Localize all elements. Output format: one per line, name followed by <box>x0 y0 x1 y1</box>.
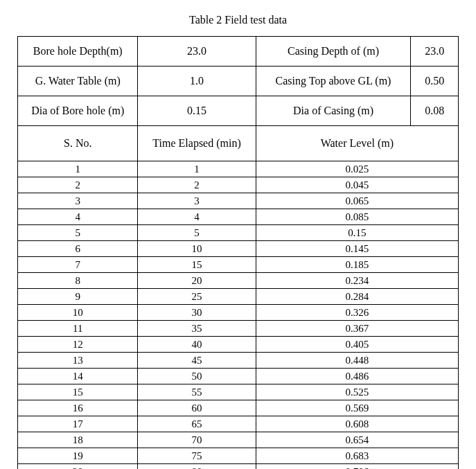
table-row: 15550.525 <box>18 384 459 400</box>
meta-row: G. Water Table (m) 1.0 Casing Top above … <box>18 67 459 96</box>
meta-label2: Dia of Casing (m) <box>256 96 411 126</box>
meta-label: Bore hole Depth(m) <box>18 37 138 67</box>
cell-level: 0.706 <box>256 464 458 470</box>
table-row: 8200.234 <box>18 273 459 289</box>
cell-sno: 19 <box>18 448 138 464</box>
meta-row: Bore hole Depth(m) 23.0 Casing Depth of … <box>18 37 459 67</box>
cell-sno: 20 <box>18 464 138 470</box>
cell-level: 0.683 <box>256 448 458 464</box>
cell-level: 0.15 <box>256 225 458 241</box>
cell-sno: 14 <box>18 369 138 384</box>
cell-level: 0.525 <box>256 384 458 400</box>
cell-level: 0.569 <box>256 400 458 416</box>
cell-time: 70 <box>138 432 256 448</box>
meta-value: 0.15 <box>138 96 256 126</box>
cell-time: 3 <box>138 193 256 209</box>
table-row: 440.085 <box>18 209 459 225</box>
cell-time: 1 <box>138 161 256 177</box>
cell-level: 0.367 <box>256 321 458 337</box>
cell-time: 60 <box>138 400 256 416</box>
cell-time: 80 <box>138 464 256 470</box>
cell-level: 0.448 <box>256 353 458 369</box>
cell-time: 2 <box>138 177 256 193</box>
table-row: 330.065 <box>18 193 459 209</box>
cell-time: 25 <box>138 289 256 305</box>
table-row: 9250.284 <box>18 289 459 305</box>
column-header-row: S. No. Time Elapsed (min) Water Level (m… <box>18 126 459 161</box>
meta-row: Dia of Bore hole (m) 0.15 Dia of Casing … <box>18 96 459 126</box>
cell-sno: 2 <box>18 177 138 193</box>
table-row: 7150.185 <box>18 257 459 273</box>
cell-time: 55 <box>138 384 256 400</box>
cell-level: 0.185 <box>256 257 458 273</box>
cell-sno: 5 <box>18 225 138 241</box>
cell-level: 0.025 <box>256 161 458 177</box>
cell-time: 10 <box>138 241 256 257</box>
cell-level: 0.145 <box>256 241 458 257</box>
cell-sno: 8 <box>18 273 138 289</box>
table-row: 13450.448 <box>18 353 459 369</box>
col-header-level: Water Level (m) <box>256 126 458 161</box>
cell-time: 15 <box>138 257 256 273</box>
table-row: 10300.326 <box>18 305 459 321</box>
cell-sno: 6 <box>18 241 138 257</box>
cell-time: 30 <box>138 305 256 321</box>
table-row: 550.15 <box>18 225 459 241</box>
cell-sno: 15 <box>18 384 138 400</box>
cell-sno: 18 <box>18 432 138 448</box>
cell-time: 5 <box>138 225 256 241</box>
col-header-time: Time Elapsed (min) <box>138 126 256 161</box>
cell-sno: 9 <box>18 289 138 305</box>
field-test-table: Bore hole Depth(m) 23.0 Casing Depth of … <box>17 36 459 469</box>
meta-value: 1.0 <box>138 67 256 96</box>
cell-time: 40 <box>138 337 256 353</box>
cell-level: 0.085 <box>256 209 458 225</box>
cell-level: 0.234 <box>256 273 458 289</box>
cell-level: 0.486 <box>256 369 458 384</box>
cell-time: 50 <box>138 369 256 384</box>
cell-sno: 4 <box>18 209 138 225</box>
cell-time: 75 <box>138 448 256 464</box>
cell-sno: 16 <box>18 400 138 416</box>
cell-sno: 11 <box>18 321 138 337</box>
cell-time: 4 <box>138 209 256 225</box>
table-title: Table 2 Field test data <box>17 14 459 26</box>
meta-value2: 0.50 <box>411 67 459 96</box>
meta-label: G. Water Table (m) <box>18 67 138 96</box>
cell-time: 35 <box>138 321 256 337</box>
cell-time: 20 <box>138 273 256 289</box>
meta-label2: Casing Top above GL (m) <box>256 67 411 96</box>
cell-level: 0.284 <box>256 289 458 305</box>
cell-level: 0.608 <box>256 416 458 432</box>
table-row: 18700.654 <box>18 432 459 448</box>
table-row: 16600.569 <box>18 400 459 416</box>
cell-time: 45 <box>138 353 256 369</box>
cell-sno: 3 <box>18 193 138 209</box>
cell-level: 0.045 <box>256 177 458 193</box>
cell-level: 0.654 <box>256 432 458 448</box>
meta-value: 23.0 <box>138 37 256 67</box>
meta-value2: 23.0 <box>411 37 459 67</box>
table-row: 19750.683 <box>18 448 459 464</box>
table-row: 11350.367 <box>18 321 459 337</box>
table-row: 20800.706 <box>18 464 459 470</box>
cell-sno: 10 <box>18 305 138 321</box>
table-row: 110.025 <box>18 161 459 177</box>
meta-value2: 0.08 <box>411 96 459 126</box>
cell-sno: 13 <box>18 353 138 369</box>
cell-sno: 7 <box>18 257 138 273</box>
cell-time: 65 <box>138 416 256 432</box>
cell-sno: 17 <box>18 416 138 432</box>
cell-level: 0.326 <box>256 305 458 321</box>
cell-level: 0.405 <box>256 337 458 353</box>
cell-sno: 12 <box>18 337 138 353</box>
table-row: 17650.608 <box>18 416 459 432</box>
meta-label2: Casing Depth of (m) <box>256 37 411 67</box>
meta-label: Dia of Bore hole (m) <box>18 96 138 126</box>
table-row: 14500.486 <box>18 369 459 384</box>
cell-level: 0.065 <box>256 193 458 209</box>
col-header-sno: S. No. <box>18 126 138 161</box>
table-row: 220.045 <box>18 177 459 193</box>
table-row: 12400.405 <box>18 337 459 353</box>
cell-sno: 1 <box>18 161 138 177</box>
